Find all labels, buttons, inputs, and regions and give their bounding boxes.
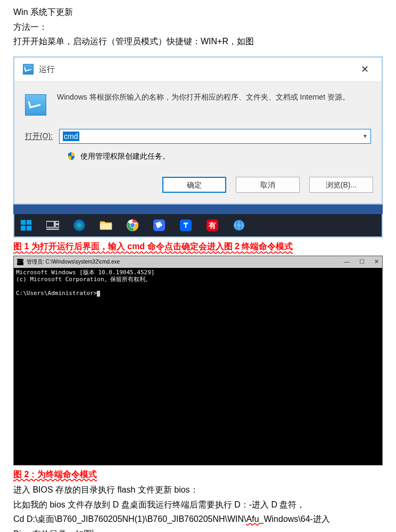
svg-point-11 <box>130 223 135 227</box>
admin-text: 使用管理权限创建此任务。 <box>80 150 170 162</box>
maximize-icon[interactable]: ☐ <box>359 257 365 267</box>
doc-bios-instruction-1: 进入 BIOS 存放的目录执行 flash 文件更新 bios： <box>13 483 383 497</box>
cmd-window: c:\ 管理员: C:\Windows\system32\cmd.exe — ☐… <box>13 256 383 465</box>
close-icon[interactable]: ✕ <box>374 257 379 267</box>
explorer-icon[interactable] <box>100 219 112 232</box>
open-combobox[interactable]: cmd ▼ <box>59 129 371 144</box>
chrome-icon[interactable] <box>126 219 139 232</box>
browse-button[interactable]: 浏览(B)... <box>309 177 373 193</box>
run-description: Windows 将根据你所输入的名称，为你打开相应的程序、文件夹、文档或 Int… <box>57 92 350 103</box>
open-label: 打开(O): <box>25 130 53 142</box>
task-view-icon[interactable] <box>46 219 59 232</box>
figure-2-caption: 图 2：为终端命令模式 <box>13 468 383 481</box>
doc-bios-instruction-2: 比如我的 bios 文件存放到 D 盘桌面我运行终端后需要执行 D：-进入 D … <box>13 498 383 512</box>
chevron-down-icon[interactable]: ▼ <box>362 132 368 141</box>
doc-instruction: 打开开始菜单，启动运行（管理员模式）快捷键：WIN+R，如图 <box>13 35 383 48</box>
svg-rect-1 <box>27 220 31 225</box>
close-icon[interactable]: ✕ <box>357 62 373 77</box>
shield-icon <box>67 151 76 161</box>
youdao-icon[interactable]: 有 <box>206 219 219 232</box>
svg-rect-5 <box>55 222 59 224</box>
svg-rect-6 <box>55 225 59 227</box>
svg-rect-0 <box>21 220 26 225</box>
cmd-output[interactable]: Microsoft Windows [版本 10.0.19045.4529] (… <box>14 268 382 465</box>
edge-icon[interactable] <box>73 219 86 232</box>
run-icon-large <box>25 94 46 116</box>
doc-bios-path: Cd D:\桌面\B760_JIB760205NH(1)\B760_JIB760… <box>13 512 383 526</box>
svg-rect-2 <box>21 226 26 231</box>
cmd-title: 管理员: C:\Windows\system32\cmd.exe <box>27 258 120 266</box>
run-dialog: 运行 ✕ Windows 将根据你所输入的名称，为你打开相应的程序、文件夹、文档… <box>13 56 383 204</box>
start-icon[interactable] <box>20 219 32 232</box>
doc-heading: Win 系统下更新 <box>13 5 383 19</box>
svg-point-8 <box>73 219 85 231</box>
minimize-icon[interactable]: — <box>344 257 350 267</box>
doc-method-label: 方法一： <box>13 20 383 34</box>
word-statusbar <box>13 204 383 214</box>
cmd-titlebar: c:\ 管理员: C:\Windows\system32\cmd.exe — ☐… <box>14 256 382 268</box>
cancel-button[interactable]: 取消 <box>236 177 300 193</box>
svg-text:有: 有 <box>208 221 216 230</box>
svg-rect-4 <box>46 222 54 227</box>
cmd-icon: c:\ <box>17 259 23 265</box>
taskbar: 有 <box>13 214 383 238</box>
figure-1-caption: 图 1 为打开运行后界面，输入 cmd 命令点击确定会进入图 2 终端命令模式 <box>13 240 383 253</box>
run-icon <box>23 64 34 75</box>
open-input-value: cmd <box>63 132 79 141</box>
ok-button[interactable]: 确定 <box>162 177 226 193</box>
doc-bios-instruction-3: Bios 存放目录；如图 <box>13 527 383 532</box>
run-title: 运行 <box>39 63 55 76</box>
todesk-icon[interactable] <box>179 219 192 232</box>
run-titlebar: 运行 ✕ <box>14 58 382 82</box>
globe-icon[interactable] <box>233 219 245 232</box>
feishu-icon[interactable] <box>153 219 166 232</box>
svg-rect-3 <box>27 226 31 231</box>
